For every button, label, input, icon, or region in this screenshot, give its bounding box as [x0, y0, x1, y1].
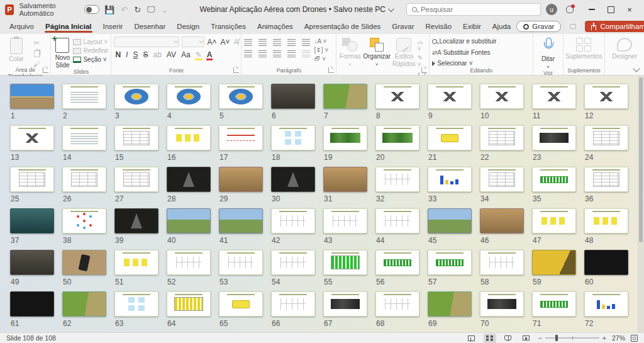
font-dialog-launcher-icon[interactable]: [233, 67, 239, 73]
save-icon[interactable]: 💾: [104, 5, 114, 14]
tab-desenhar[interactable]: Desenhar: [128, 21, 171, 32]
arrange-button[interactable]: Organizar˅: [363, 37, 391, 67]
tab-exibir[interactable]: Exibir: [457, 21, 487, 32]
redo-icon[interactable]: ↻: [134, 5, 141, 14]
quick-styles-button[interactable]: Estilos Rápidos: [392, 37, 416, 67]
slide-thumbnail-39[interactable]: [114, 208, 158, 233]
normal-view-button[interactable]: [465, 334, 478, 343]
slide-thumbnail-59[interactable]: [532, 250, 576, 275]
autosave-control[interactable]: Salvamento Automático: [19, 2, 99, 17]
slide-thumbnail-31[interactable]: [323, 167, 367, 192]
slide-thumbnail-23[interactable]: [532, 125, 576, 150]
slide-thumbnail-5[interactable]: [219, 84, 263, 109]
tab-arquivo[interactable]: Arquivo: [4, 21, 40, 32]
slide-thumbnail-58[interactable]: [480, 250, 524, 275]
slide-thumbnail-51[interactable]: [114, 250, 158, 275]
slide-thumbnail-10[interactable]: [480, 84, 524, 109]
text-direction-icon[interactable]: ↓A ˅: [314, 38, 328, 45]
align-right-icon[interactable]: [273, 50, 281, 57]
font-name-combo[interactable]: [114, 37, 179, 47]
slide-thumbnail-69[interactable]: [428, 291, 472, 317]
slide-thumbnail-60[interactable]: [584, 250, 628, 275]
slide-thumbnail-11[interactable]: [532, 84, 576, 109]
slide-thumbnail-40[interactable]: [167, 208, 211, 233]
slide-thumbnail-36[interactable]: [584, 167, 628, 192]
maximize-button[interactable]: [601, 1, 620, 18]
slide-thumbnail-28[interactable]: [167, 167, 211, 192]
addins-button[interactable]: Suplementos: [570, 37, 597, 60]
zoom-out-button[interactable]: −: [538, 334, 542, 342]
slide-thumbnail-57[interactable]: [428, 250, 472, 275]
record-button[interactable]: Gravar: [516, 21, 561, 32]
layout-button[interactable]: Layout ˅: [73, 38, 108, 45]
minimize-button[interactable]: [582, 1, 601, 18]
columns-icon[interactable]: [302, 50, 310, 57]
line-spacing-icon[interactable]: [302, 39, 310, 46]
clipboard-dialog-launcher-icon[interactable]: [43, 67, 48, 73]
shrink-font-button[interactable]: A˅: [220, 38, 230, 47]
comments-button[interactable]: [566, 21, 580, 32]
tab-design[interactable]: Design: [171, 21, 205, 32]
tab-animações[interactable]: Animações: [252, 21, 299, 32]
slide-thumbnail-25[interactable]: [10, 167, 54, 192]
align-center-icon[interactable]: [258, 50, 267, 57]
vertical-scrollbar[interactable]: [638, 76, 644, 332]
slide-thumbnail-15[interactable]: [114, 125, 158, 150]
slide-thumbnail-65[interactable]: [219, 291, 263, 317]
slide-sorter-canvas[interactable]: 1234567891011121314151617181920212223242…: [0, 76, 644, 332]
slide-thumbnail-20[interactable]: [375, 125, 419, 150]
slide-thumbnail-56[interactable]: [375, 250, 419, 275]
scrollbar-thumb[interactable]: [639, 77, 643, 242]
qat-overflow-icon[interactable]: ⌄: [162, 5, 169, 14]
tab-inserir[interactable]: Inserir: [97, 21, 129, 32]
slide-thumbnail-68[interactable]: [375, 291, 419, 317]
slide-thumbnail-70[interactable]: [480, 291, 524, 317]
slide-thumbnail-32[interactable]: [375, 167, 419, 192]
slide-thumbnail-22[interactable]: [480, 125, 524, 150]
slide-thumbnail-14[interactable]: [62, 125, 106, 150]
shape-fill-icon[interactable]: 🝓 ˅: [418, 38, 427, 52]
slide-thumbnail-6[interactable]: [271, 84, 315, 109]
document-title[interactable]: Webinar Aplicação Aérea com Drones • Sal…: [199, 5, 392, 14]
slide-thumbnail-24[interactable]: [584, 125, 628, 150]
slide-thumbnail-53[interactable]: [219, 250, 263, 275]
slide-thumbnail-2[interactable]: [62, 84, 106, 109]
slide-thumbnail-64[interactable]: [167, 291, 211, 317]
change-case-button[interactable]: Aa: [181, 50, 191, 59]
shapes-button[interactable]: Formas˅: [339, 37, 361, 67]
strikethrough-button[interactable]: S: [143, 50, 148, 59]
paste-button[interactable]: Colar: [3, 37, 30, 63]
find-replace-button[interactable]: Localizar e substituir: [432, 38, 496, 45]
slide-thumbnail-3[interactable]: [114, 84, 158, 109]
bold-button[interactable]: N: [115, 50, 121, 59]
slideshow-icon[interactable]: 🖵: [147, 4, 155, 14]
coming-soon-icon[interactable]: [566, 6, 574, 13]
slide-thumbnail-67[interactable]: [323, 291, 367, 317]
slide-thumbnail-63[interactable]: [114, 291, 158, 317]
slide-thumbnail-44[interactable]: [375, 208, 419, 233]
slide-thumbnail-12[interactable]: [584, 84, 628, 109]
new-slide-button[interactable]: Novo Slide: [53, 37, 71, 69]
zoom-level[interactable]: 27%: [612, 334, 625, 342]
slide-thumbnail-18[interactable]: [271, 125, 315, 150]
smartart-convert-icon[interactable]: 🗗 ˅: [314, 55, 328, 62]
grow-font-button[interactable]: A˄: [207, 38, 216, 47]
decrease-indent-icon[interactable]: [273, 39, 281, 46]
increase-indent-icon[interactable]: [287, 39, 296, 46]
slide-thumbnail-50[interactable]: [62, 250, 106, 275]
slide-thumbnail-49[interactable]: [10, 250, 54, 275]
reading-view-button[interactable]: [502, 334, 514, 343]
select-button[interactable]: Selecionar ˅: [432, 60, 472, 67]
slide-thumbnail-30[interactable]: [271, 167, 315, 192]
undo-icon[interactable]: ↶: [121, 5, 128, 14]
reset-button[interactable]: Redefinir: [73, 47, 108, 54]
zoom-in-button[interactable]: +: [602, 334, 606, 342]
slide-thumbnail-72[interactable]: [584, 291, 628, 317]
slide-sorter-view-button[interactable]: [484, 334, 496, 343]
section-button[interactable]: Seção ˅: [73, 56, 108, 63]
align-left-icon[interactable]: [244, 50, 252, 57]
clear-formatting-button[interactable]: A̸: [233, 38, 238, 47]
text-shadow-button[interactable]: ab: [153, 50, 161, 59]
powerpoint-app-icon[interactable]: P: [5, 4, 14, 15]
font-size-combo[interactable]: [182, 37, 204, 47]
